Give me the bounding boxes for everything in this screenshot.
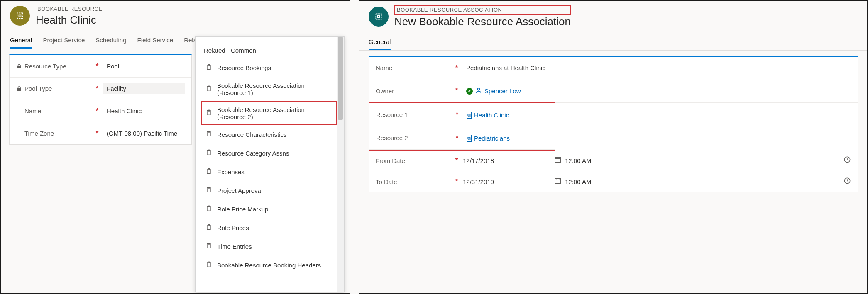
related-item[interactable]: Resource Characteristics bbox=[201, 125, 337, 144]
field-owner: Owner * Spencer Low bbox=[369, 79, 858, 103]
related-item-label: Resource Characteristics bbox=[217, 131, 287, 138]
field-resource-type: 🔒︎Resource Type * Pool bbox=[10, 55, 191, 78]
form-header: BOOKABLE RESOURCE ASSOCIATION New Bookab… bbox=[359, 1, 867, 31]
svg-rect-25 bbox=[378, 16, 380, 18]
tab-field-service[interactable]: Field Service bbox=[137, 32, 173, 49]
related-item-label: Role Prices bbox=[217, 224, 249, 231]
scrollbar[interactable] bbox=[337, 37, 344, 292]
calendar-icon[interactable] bbox=[554, 177, 562, 186]
field-value-name[interactable]: Health Clinic bbox=[103, 106, 185, 116]
field-label: To Date bbox=[376, 178, 397, 185]
person-icon bbox=[475, 87, 482, 95]
field-label: Owner bbox=[376, 87, 394, 95]
from-time-value[interactable]: 12:00 AM bbox=[565, 157, 591, 164]
resource-1-link[interactable]: Health Clinic bbox=[474, 112, 509, 119]
related-item-label: Bookable Resource Association (Resource … bbox=[217, 106, 333, 120]
field-label: Name bbox=[24, 107, 41, 114]
related-item[interactable]: Role Prices bbox=[201, 219, 337, 237]
tab-list: General bbox=[359, 34, 867, 51]
related-item[interactable]: Time Entries bbox=[201, 237, 337, 256]
clipboard-icon bbox=[205, 261, 212, 270]
scrollbar-thumb[interactable] bbox=[338, 37, 343, 120]
svg-rect-27 bbox=[555, 158, 561, 163]
general-card: 🔒︎Resource Type * Pool 🔒︎Pool Type * Fac… bbox=[9, 54, 192, 145]
tab-project-service[interactable]: Project Service bbox=[43, 32, 85, 49]
field-value-resource-1[interactable]: ⧉ Health Clinic bbox=[463, 109, 548, 120]
clock-icon[interactable] bbox=[844, 177, 851, 186]
related-item[interactable]: Role Price Markup bbox=[201, 200, 337, 219]
entity-icon bbox=[369, 7, 389, 27]
to-time-value[interactable]: 12:00 AM bbox=[565, 178, 591, 185]
field-label: Resource 1 bbox=[376, 111, 408, 118]
right-panel: BOOKABLE RESOURCE ASSOCIATION New Bookab… bbox=[359, 0, 868, 294]
related-item-label: Resource Bookings bbox=[217, 64, 271, 71]
page-title: Health Clinic bbox=[36, 14, 104, 27]
calendar-icon[interactable] bbox=[554, 156, 562, 165]
related-item-label: Project Approval bbox=[217, 187, 262, 194]
lock-icon: 🔒︎ bbox=[16, 85, 22, 92]
owner-link[interactable]: Spencer Low bbox=[484, 87, 521, 95]
clipboard-icon bbox=[205, 242, 212, 251]
field-name: Name * Pediatricians at Health Clinic bbox=[369, 57, 858, 79]
field-value-name[interactable]: Pediatricians at Health Clinic bbox=[463, 63, 851, 73]
related-item-label: Role Price Markup bbox=[217, 206, 268, 213]
required-mark: * bbox=[450, 177, 463, 186]
related-item[interactable]: Resource Category Assns bbox=[201, 144, 337, 163]
related-flyout: Related - Common Resource BookingsBookab… bbox=[195, 36, 345, 292]
general-card: Name * Pediatricians at Health Clinic Ow… bbox=[369, 56, 858, 192]
tab-general[interactable]: General bbox=[10, 32, 32, 49]
required-mark: * bbox=[91, 129, 103, 138]
clipboard-icon bbox=[205, 205, 212, 214]
tab-general[interactable]: General bbox=[369, 34, 391, 50]
required-mark: * bbox=[450, 87, 463, 95]
svg-point-26 bbox=[477, 88, 479, 90]
clock-icon[interactable] bbox=[844, 156, 851, 165]
svg-rect-29 bbox=[555, 179, 561, 184]
field-to-date: To Date * 12/31/2019 12:00 AM bbox=[369, 171, 858, 192]
clipboard-icon bbox=[205, 130, 212, 139]
field-label: Resource 2 bbox=[376, 134, 408, 141]
svg-rect-1 bbox=[19, 15, 21, 17]
resource-2-link[interactable]: Pediatricians bbox=[474, 135, 510, 142]
field-value-resource-type[interactable]: Pool bbox=[103, 61, 185, 71]
clipboard-icon bbox=[205, 149, 212, 158]
lock-icon: 🔒︎ bbox=[16, 63, 22, 70]
required-mark: * bbox=[451, 111, 463, 119]
related-item-label: Bookable Resource Association (Resource … bbox=[217, 82, 333, 96]
related-heading: Related - Common bbox=[201, 44, 337, 58]
tab-scheduling[interactable]: Scheduling bbox=[95, 32, 126, 49]
required-mark: * bbox=[91, 85, 103, 93]
to-date-value[interactable]: 12/31/2019 bbox=[463, 178, 494, 185]
resource-icon: ⧉ bbox=[467, 135, 472, 142]
field-resource-1: Resource 1 * ⧉ Health Clinic bbox=[369, 103, 555, 126]
related-item[interactable]: Bookable Resource Association (Resource … bbox=[201, 101, 337, 125]
related-item[interactable]: Project Approval bbox=[201, 181, 337, 200]
resource-icon: ⧉ bbox=[467, 112, 472, 119]
required-mark: * bbox=[91, 62, 103, 70]
field-label: Pool Type bbox=[24, 85, 52, 92]
field-value-owner[interactable]: Spencer Low bbox=[463, 85, 851, 97]
field-time-zone: Time Zone * (GMT-08:00) Pacific Time bbox=[10, 122, 191, 144]
field-value-time-zone[interactable]: (GMT-08:00) Pacific Time bbox=[103, 128, 185, 138]
related-item[interactable]: Expenses bbox=[201, 163, 337, 181]
related-item-label: Bookable Resource Booking Headers bbox=[217, 262, 321, 269]
clipboard-icon bbox=[205, 85, 212, 94]
resource-fields-highlight: Resource 1 * ⧉ Health Clinic Resource 2 … bbox=[369, 102, 555, 151]
from-date-value[interactable]: 12/17/2018 bbox=[463, 157, 494, 164]
field-label: Name bbox=[376, 64, 392, 71]
svg-rect-0 bbox=[17, 13, 22, 18]
related-item[interactable]: Bookable Resource Booking Headers bbox=[201, 256, 337, 275]
field-value-pool-type[interactable]: Facility bbox=[103, 83, 185, 94]
related-item[interactable]: Resource Bookings bbox=[201, 58, 337, 77]
clipboard-icon bbox=[205, 63, 212, 72]
entity-type-label: BOOKABLE RESOURCE ASSOCIATION bbox=[394, 5, 571, 15]
field-value-resource-2[interactable]: ⧉ Pediatricians bbox=[463, 132, 548, 143]
clipboard-icon bbox=[205, 186, 212, 195]
related-item[interactable]: Bookable Resource Association (Resource … bbox=[201, 77, 337, 101]
field-name: Name * Health Clinic bbox=[10, 100, 191, 122]
field-from-date: From Date * 12/17/2018 12:00 AM bbox=[369, 150, 858, 171]
required-mark: * bbox=[451, 134, 463, 142]
clipboard-icon bbox=[205, 168, 212, 176]
entity-type-label: BOOKABLE RESOURCE bbox=[36, 5, 104, 13]
field-label: Resource Type bbox=[24, 63, 66, 70]
